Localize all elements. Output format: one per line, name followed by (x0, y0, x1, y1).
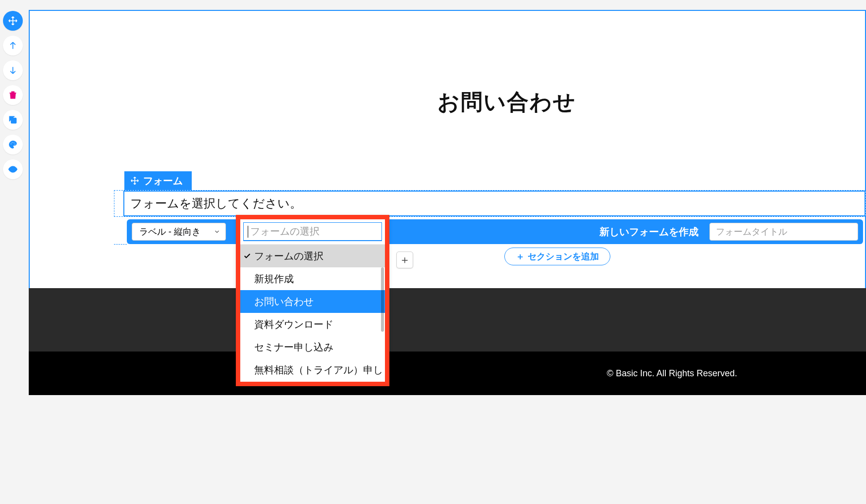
form-title-placeholder: フォームタイトル (716, 226, 787, 238)
dashed-outline-fragment (114, 244, 127, 245)
plus-icon: ＋ (399, 252, 410, 267)
form-select-filter-input[interactable]: フォームの選択 (243, 222, 382, 241)
svg-point-5 (12, 168, 14, 171)
dropdown-header-label: フォームの選択 (254, 250, 324, 263)
label-orientation-value: ラベル - 縦向き (139, 226, 201, 238)
form-title-input[interactable]: フォームタイトル (709, 223, 858, 241)
form-option[interactable]: お問い合わせ (240, 290, 385, 313)
check-icon (243, 252, 251, 260)
add-section-label: セクションを追加 (528, 251, 599, 262)
editor-vertical-toolbar (3, 11, 25, 179)
form-option[interactable]: 無料相談（トライアル）申し (240, 358, 385, 381)
svg-point-1 (10, 144, 11, 145)
move-button[interactable] (3, 11, 23, 31)
move-down-button[interactable] (3, 60, 23, 80)
create-new-form-label: 新しいフォームを作成 (599, 225, 699, 239)
eye-icon (8, 164, 18, 174)
move-icon (130, 176, 139, 185)
trash-icon (8, 90, 18, 100)
form-select-dropdown-highlight: フォームの選択 フォームの選択 新規作成 お問い合わせ 資料ダウンロード セミナ… (236, 215, 389, 386)
page-footer-upper (29, 288, 866, 352)
plus-icon: ＋ (516, 251, 525, 262)
page-title: お問い合わせ (437, 88, 784, 117)
chevron-down-icon (214, 228, 220, 235)
style-button[interactable] (3, 135, 23, 154)
copyright-text: © Basic Inc. All Rights Reserved. (607, 368, 737, 379)
delete-button[interactable] (3, 85, 23, 105)
arrow-up-icon (8, 41, 18, 50)
move-icon (8, 16, 18, 26)
svg-point-2 (12, 142, 13, 143)
copy-icon (8, 115, 18, 125)
add-block-button[interactable]: ＋ (396, 252, 413, 268)
form-element-body[interactable]: フォームを選択してください。 (114, 190, 866, 217)
form-placeholder-text: フォームを選択してください。 (130, 196, 859, 211)
text-caret (248, 226, 248, 238)
visibility-button[interactable] (3, 159, 23, 179)
svg-point-4 (14, 144, 15, 145)
element-tag-form[interactable]: フォーム (124, 171, 192, 190)
form-option[interactable]: 新規作成 (240, 267, 385, 290)
form-option[interactable]: セミナー申し込み (240, 336, 385, 358)
selected-section-outline: お問い合わせ (29, 10, 866, 297)
move-up-button[interactable] (3, 36, 23, 55)
palette-icon (8, 140, 18, 150)
element-tag-label: フォーム (143, 174, 183, 188)
form-select-options-list: フォームの選択 新規作成 お問い合わせ 資料ダウンロード セミナー申し込み 無料… (240, 244, 385, 382)
form-select-filter-placeholder: フォームの選択 (250, 225, 320, 238)
form-option[interactable]: 資料ダウンロード (240, 313, 385, 336)
arrow-down-icon (8, 65, 18, 75)
copy-button[interactable] (3, 110, 23, 130)
form-select-header-option[interactable]: フォームの選択 (240, 245, 385, 267)
dropdown-scrollbar[interactable] (381, 267, 384, 332)
add-section-button[interactable]: ＋ セクションを追加 (504, 248, 610, 265)
svg-point-3 (13, 142, 14, 143)
label-orientation-select[interactable]: ラベル - 縦向き (132, 223, 226, 241)
page-footer-lower: © Basic Inc. All Rights Reserved. (29, 352, 866, 395)
